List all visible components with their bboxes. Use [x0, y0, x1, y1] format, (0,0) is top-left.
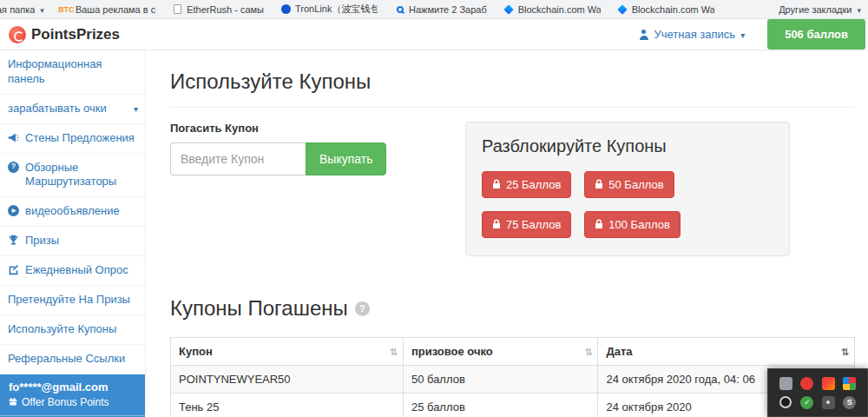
search-icon [397, 6, 404, 13]
redeemed-coupons-title: Купоны Погашены [170, 296, 855, 321]
bookmark-label: Нажмите 2 Зараб [409, 4, 487, 15]
sidebar-item-prizes[interactable]: Призы [0, 227, 145, 256]
chevron-down-icon [856, 4, 861, 15]
unlock-75-button[interactable]: 75 Баллов [482, 211, 571, 238]
unlock-coupons-panel: Разблокируйте Купоны 25 Баллов 50 Баллов… [465, 122, 790, 256]
table-row: Тень 25 25 баллов 24 октября 2020 [171, 394, 855, 417]
chevron-down-icon [740, 28, 745, 41]
bookmark-item[interactable]: EtherRush - самы [173, 4, 264, 15]
bookmark-label: TronLink（波宝钱包 [295, 3, 378, 16]
other-bookmarks-button[interactable]: Другие закладки [779, 4, 861, 15]
blockchain-icon [504, 4, 514, 14]
btc-icon: BTC [62, 4, 71, 14]
lock-icon [492, 218, 501, 231]
bookmark-item[interactable]: Blockchain.com Wa [504, 4, 601, 15]
gift-icon [9, 396, 17, 408]
lock-icon [595, 218, 603, 231]
apps-grid-icon[interactable] [843, 377, 856, 390]
bookmark-label: Ваша реклама в с [76, 4, 155, 15]
referral-bonus-item[interactable]: fo*****@gmail.com Offer Bonus Points [0, 374, 145, 416]
sidebar-item-survey-routers[interactable]: Обзорные Маршрутизаторы [0, 154, 145, 198]
sidebar-item-dashboard[interactable]: Информационная панель [0, 50, 145, 95]
tronlink-icon [281, 4, 291, 14]
column-header-date[interactable]: Дата [598, 338, 855, 366]
antivirus-check-icon[interactable] [800, 396, 813, 409]
account-menu[interactable]: Учетная запись [639, 28, 746, 41]
media-player-icon[interactable] [779, 396, 792, 408]
bookmark-folder[interactable]: ая папка [0, 4, 44, 15]
survey-icon [8, 264, 19, 275]
sidebar: Информационная панель зарабатывать очки … [0, 50, 146, 417]
chevron-down-icon [134, 102, 138, 116]
sidebar-item-video-ads[interactable]: видеообъявление [0, 197, 145, 227]
sidebar-item-use-coupons[interactable]: Используйте Купоны [0, 315, 145, 345]
sort-arrows-icon [390, 346, 398, 357]
sort-arrows-icon [841, 346, 849, 357]
account-label: Учетная запись [654, 28, 736, 41]
unlock-25-button[interactable]: 25 Баллов [482, 171, 571, 198]
sidebar-item-claim-prizes[interactable]: Претендуйте На Призы [0, 286, 145, 315]
lock-icon [492, 178, 501, 191]
bookmark-item[interactable]: TronLink（波宝钱包 [281, 3, 378, 16]
column-header-points[interactable]: призовое очко [403, 338, 598, 366]
trophy-icon [8, 235, 19, 246]
points-badge[interactable]: 506 баллов [767, 19, 865, 50]
sidebar-item-daily-poll[interactable]: Ежедневный Опрос [0, 256, 145, 286]
referral-sub-label: Offer Bonus Points [22, 396, 109, 408]
megaphone-icon [8, 132, 19, 143]
main-content: Используйте Купоны Погасить Купон Выкупа… [146, 50, 868, 417]
record-icon[interactable] [800, 377, 813, 390]
redeemed-coupons-table: Купон призовое очко Дата POINTYNEWYEAR50… [170, 337, 855, 417]
bookmark-item[interactable]: Blockchain.com Wa [618, 4, 714, 15]
bookmark-label: EtherRush - самы [187, 4, 264, 15]
unlock-100-button[interactable]: 100 Баллов [584, 211, 681, 238]
bookmarks-bar: ая папка BTC Ваша реклама в с EtherRush … [0, 0, 868, 19]
skype-icon[interactable] [843, 396, 856, 409]
brand-name[interactable]: PointsPrizes [31, 26, 120, 43]
site-header: PointsPrizes Учетная запись 506 баллов [0, 19, 868, 50]
bookmark-label: ая папка [0, 4, 35, 15]
system-tray-flyout [767, 368, 868, 417]
pointsprizes-logo-icon [9, 26, 26, 43]
redeem-coupon-label: Погасить Купон [170, 122, 465, 135]
divider [170, 107, 855, 108]
bookmark-label: Blockchain.com Wa [632, 4, 714, 15]
photos-icon[interactable] [822, 377, 835, 390]
unlock-50-button[interactable]: 50 Баллов [584, 171, 674, 198]
unlock-panel-title: Разблокируйте Купоны [482, 136, 773, 156]
user-icon [639, 30, 649, 40]
sort-arrows-icon [584, 346, 592, 357]
coupon-input[interactable] [170, 142, 306, 175]
redeem-button[interactable]: Выкупать [306, 142, 386, 175]
sidebar-item-earn-points[interactable]: зарабатывать очки [0, 95, 145, 124]
bookmark-label: Blockchain.com Wa [518, 4, 601, 15]
bookmark-item[interactable]: Нажмите 2 Зараб [395, 4, 487, 15]
sidebar-item-referral-links[interactable]: Реферальные Ссылки [0, 345, 145, 374]
bookmark-item[interactable]: BTC Ваша реклама в с [62, 4, 155, 15]
question-circle-icon [8, 162, 19, 173]
help-icon[interactable] [355, 301, 370, 316]
lock-icon [595, 178, 603, 191]
sidebar-item-offer-walls[interactable]: Стены Предложения [0, 124, 145, 154]
chevron-down-icon [39, 4, 44, 15]
page-title: Используйте Купоны [170, 70, 855, 94]
table-row: POINTYNEWYEAR50 50 баллов 24 октября 202… [171, 366, 855, 394]
column-header-coupon[interactable]: Купон [171, 338, 404, 366]
referral-email: fo*****@gmail.com [9, 381, 136, 394]
keyboard-icon[interactable] [779, 377, 792, 390]
document-icon [174, 4, 181, 14]
blockchain-icon [618, 4, 628, 14]
play-circle-icon [8, 205, 19, 216]
key-icon[interactable] [822, 396, 835, 409]
